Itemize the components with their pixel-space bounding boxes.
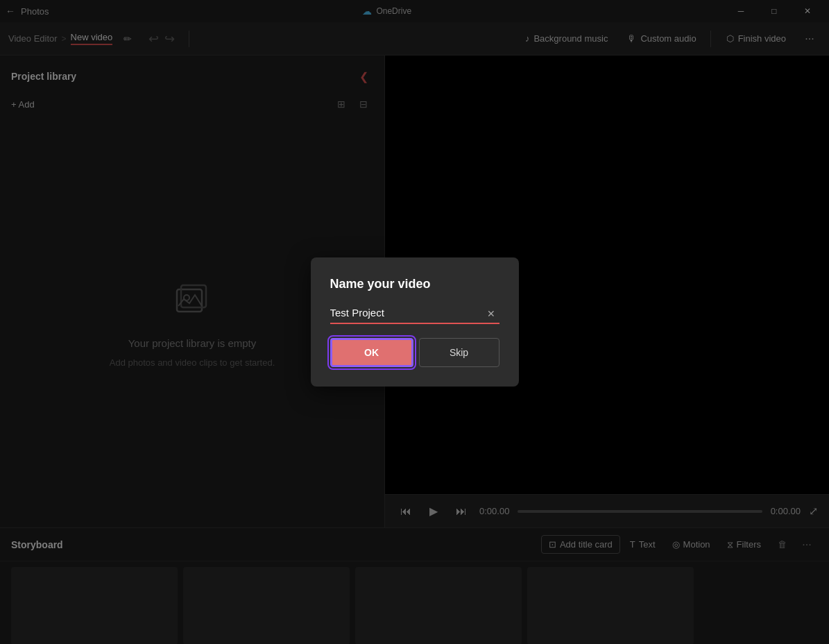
modal-input-container: ✕ — [330, 303, 499, 324]
ok-button[interactable]: OK — [330, 338, 413, 367]
modal-overlay: Name your video ✕ OK Skip — [0, 0, 829, 644]
modal-title: Name your video — [330, 277, 499, 291]
video-name-input[interactable] — [330, 303, 499, 324]
name-video-modal: Name your video ✕ OK Skip — [311, 257, 519, 387]
skip-button[interactable]: Skip — [419, 338, 499, 367]
clear-icon: ✕ — [487, 308, 495, 319]
clear-input-button[interactable]: ✕ — [483, 305, 499, 322]
modal-buttons: OK Skip — [330, 338, 499, 367]
